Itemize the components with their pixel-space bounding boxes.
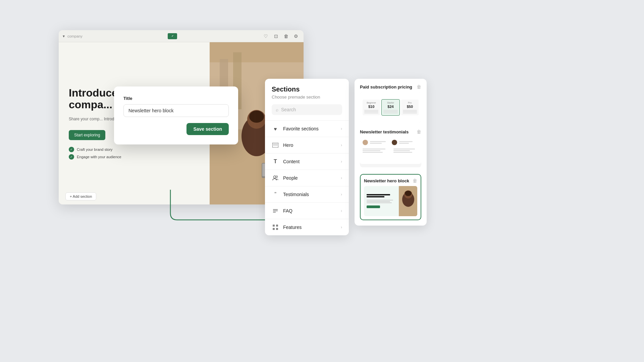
chevron-right-icon: › [341,126,342,131]
pricing-card-title: Paid subscription pricing [360,84,412,89]
preview-toolbar: ▾ company ✓ ♡ ⊡ 🗑 ⚙ [59,30,304,42]
start-exploring-button[interactable]: Start exploring [69,130,105,140]
heart-icon[interactable]: ♡ [263,33,269,40]
heart-icon: ♥ [272,125,279,132]
sections-panel: Sections Choose premade section ⌕ Search… [265,79,349,235]
content-label: Content [283,159,300,164]
toolbar-left: ▾ company [63,34,83,39]
check-icon-1: ✓ [69,147,74,152]
sidebar-item-testimonials[interactable]: " Testimonials › [265,186,349,202]
nhl-left [364,186,399,216]
svg-rect-22 [276,228,278,230]
toolbar-right: ♡ ⊡ 🗑 ⚙ [263,33,300,40]
check-icon-2: ✓ [69,154,74,160]
testimonials-label: Testimonials [283,192,309,197]
svg-point-26 [405,191,412,196]
section-title-input[interactable] [123,104,229,117]
save-section-button[interactable]: Save section [186,123,229,135]
testimonials-card-image [360,137,421,167]
newsletter-hero-card-image [364,186,417,216]
svg-rect-21 [273,228,275,230]
chevron-right-icon: › [341,176,342,180]
testimonials-card-title: Newsletter testimonials [360,129,409,134]
svg-point-6 [249,111,264,123]
sidebar-item-features[interactable]: Features › [265,219,349,235]
avatar-1 [363,140,368,145]
sections-panel-title: Sections [272,85,342,93]
delete-testimonials-icon[interactable]: 🗑 [417,129,421,134]
svg-point-14 [274,176,276,178]
newsletter-hero-card-title: Newsletter hero block [364,178,409,183]
delete-hero-icon[interactable]: 🗑 [413,178,417,183]
add-section-button[interactable]: + Add section [65,192,96,200]
content-icon: T [272,158,279,165]
svg-point-15 [276,176,278,178]
delete-pricing-icon[interactable]: 🗑 [417,84,421,89]
hero-icon [272,141,279,149]
preview-card-testimonials[interactable]: Newsletter testimonials 🗑 [360,129,421,167]
features-icon [272,224,279,231]
chevron-right-icon: › [341,208,342,213]
preview-card-pricing[interactable]: Paid subscription pricing 🗑 Beginner $10… [360,84,421,122]
sections-header: Sections Choose premade section ⌕ Search [265,79,349,120]
trash-icon[interactable]: 🗑 [283,33,289,40]
search-icon: ⌕ [276,107,278,112]
faq-icon [272,207,279,215]
check-item-1: ✓ Craft your brand story [69,147,200,152]
preview-checklist: ✓ Craft your brand story ✓ Engage with y… [69,147,200,160]
nhl-right-image [399,186,417,216]
brand-label: company [67,34,83,38]
check-item-2: ✓ Engage with your audience [69,154,200,160]
save-modal: Title Save section [114,86,238,144]
svg-rect-20 [276,225,278,227]
chevron-right-icon: › [341,192,342,197]
sections-panel-subtitle: Choose premade section [272,95,342,100]
chevron-right-icon: › [341,159,342,164]
faq-label: FAQ [283,208,292,214]
svg-rect-19 [273,225,275,227]
favorite-sections-label: Favorite sections [283,126,319,131]
copy-icon[interactable]: ⊡ [273,33,279,40]
gear-icon[interactable]: ⚙ [293,33,300,40]
sidebar-item-hero[interactable]: Hero › [265,137,349,153]
preview-card-newsletter-hero-selected[interactable]: Newsletter hero block 🗑 [360,174,421,220]
pricing-col-starter: Starter $24 [381,99,399,116]
sections-search[interactable]: ⌕ Search [272,104,342,115]
avatar-2 [392,140,397,145]
sidebar-item-people[interactable]: People › [265,170,349,186]
hero-label: Hero [283,142,293,148]
pricing-col-beginner: Beginner $10 [363,100,380,115]
chevron-right-icon: › [341,225,342,230]
sidebar-item-content[interactable]: T Content › [265,153,349,170]
people-icon [272,174,279,182]
svg-rect-13 [273,143,278,146]
search-placeholder-text: Search [281,107,296,112]
sidebar-item-favorite-sections[interactable]: ♥ Favorite sections › [265,120,349,137]
chevron-right-icon: › [341,143,342,147]
section-previews-panel: Paid subscription pricing 🗑 Beginner $10… [355,79,427,226]
people-label: People [283,175,298,181]
chevron-down-icon: ▾ [63,34,65,39]
testimonials-icon: " [272,191,279,198]
pricing-card-image: Beginner $10 Starter $24 [360,92,421,122]
modal-title-label: Title [123,96,229,101]
features-label: Features [283,225,302,230]
pricing-col-pro: Pro $50 [401,100,419,115]
sidebar-item-faq[interactable]: FAQ › [265,202,349,219]
